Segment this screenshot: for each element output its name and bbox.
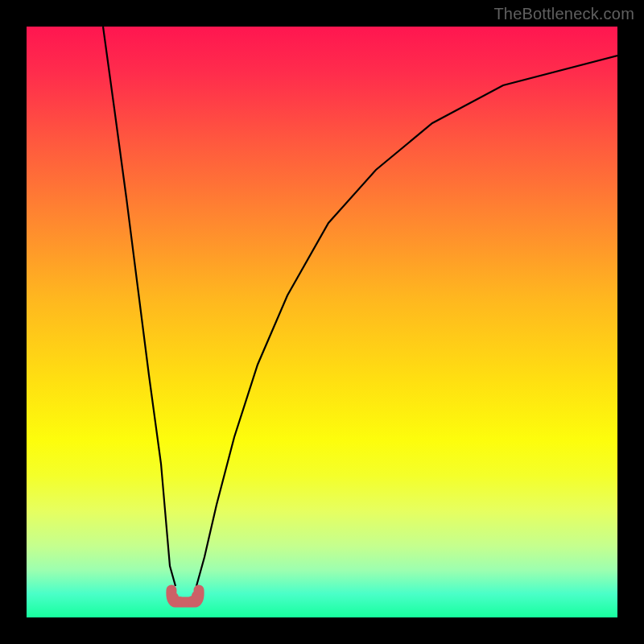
curve-left-branch xyxy=(103,27,175,586)
curve-right-branch xyxy=(196,56,617,586)
svg-point-6 xyxy=(194,585,204,595)
watermark-label: TheBottleneck.com xyxy=(493,5,634,23)
plot-area xyxy=(27,27,617,617)
bottleneck-curve xyxy=(27,27,617,617)
chart-frame: TheBottleneck.com xyxy=(0,0,644,644)
